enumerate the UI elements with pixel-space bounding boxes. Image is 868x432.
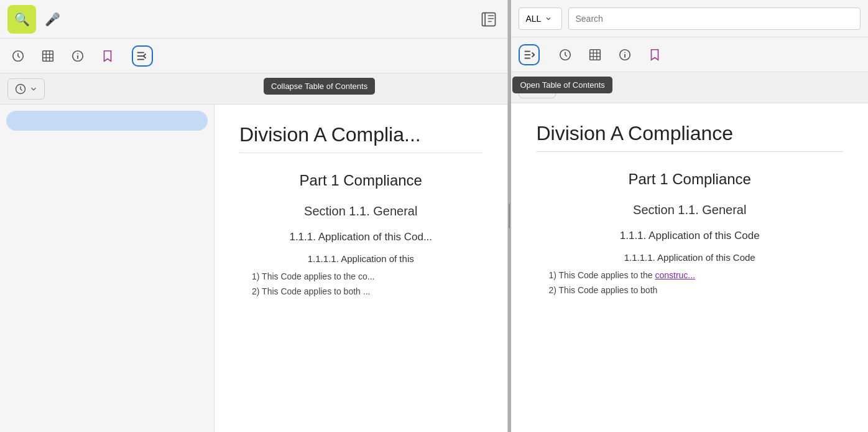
book-icon (480, 11, 497, 28)
info-toolbar-button[interactable] (67, 45, 88, 67)
left-top-toolbar: 🔍 🎤 (0, 0, 507, 39)
dropdown-arrow-icon (29, 85, 38, 93)
right-history-toolbar-button[interactable] (555, 44, 576, 65)
all-dropdown-button[interactable]: ALL (519, 7, 562, 30)
right-part-title: Part 1 Compliance (536, 171, 843, 188)
open-toc-icon (522, 48, 536, 62)
right-list-item-1-text: 1) This Code applies to the (548, 270, 655, 280)
left-list-item-2: 2) This Code applies to both ... (239, 286, 482, 296)
search-button[interactable]: 🔍 (7, 5, 36, 34)
right-bookmark-toolbar-button[interactable] (644, 44, 665, 65)
left-content-wrapper: Division A Complia... Part 1 Compliance … (0, 105, 507, 432)
mic-button[interactable]: 🎤 (41, 8, 63, 31)
right-table-toolbar-button[interactable] (584, 44, 606, 65)
right-history-btn-icon (525, 82, 538, 94)
right-doc-title: Division A Compliance (536, 122, 843, 152)
mic-icon: 🎤 (45, 12, 60, 27)
left-list-item-1: 1) This Code applies to the co... (239, 271, 482, 281)
right-sub-subsection-title: 1.1.1.1. Application of this Code (536, 252, 843, 263)
bookmark-icon (101, 49, 114, 63)
open-toc-button[interactable] (519, 44, 540, 65)
toc-button-wrapper: Collapse Table of Contents (127, 45, 153, 67)
right-icon-toolbar: Open Table of Contents (511, 37, 868, 72)
dropdown-chevron-icon (545, 15, 552, 22)
search-icon: 🔍 (14, 12, 30, 27)
right-section-title: Section 1.1. General (536, 203, 843, 217)
left-doc-title: Division A Complia... (239, 123, 482, 153)
sidebar-search-bar (6, 111, 208, 131)
panel-divider-handle (509, 204, 510, 228)
history-btn-icon (14, 83, 27, 95)
collapse-toc-button[interactable] (132, 45, 153, 67)
svg-point-29 (625, 52, 626, 53)
left-doc-content: Division A Complia... Part 1 Compliance … (215, 105, 507, 432)
right-dropdown-arrow-icon (540, 83, 549, 92)
right-toc-button-wrapper: Open Table of Contents (519, 44, 540, 65)
history-toolbar-button[interactable] (7, 45, 29, 67)
left-sub-subsection-title: 1.1.1.1. Application of this (239, 253, 482, 264)
svg-rect-0 (482, 12, 495, 26)
table-icon (41, 49, 55, 63)
right-list-item-1-link[interactable]: construc... (655, 270, 695, 280)
right-info-toolbar-button[interactable] (614, 44, 635, 65)
svg-rect-22 (590, 49, 601, 60)
left-panel: 🔍 🎤 (0, 0, 508, 432)
right-history-button[interactable] (519, 77, 556, 98)
right-history-icon (558, 48, 572, 62)
right-subsection-title: 1.1.1. Application of this Code (536, 230, 843, 242)
history-icon (11, 49, 25, 63)
icon-toolbar-left: Collapse Table of Contents (0, 39, 507, 73)
right-list-item-2: 2) This Code applies to both (536, 285, 843, 295)
right-panel: ALL Open Table of Contents (511, 0, 868, 432)
right-table-icon (588, 48, 602, 62)
collapse-toc-icon (136, 49, 149, 63)
right-history-bar (511, 72, 868, 103)
bookmark-toolbar-button[interactable] (97, 45, 118, 67)
left-history-button[interactable] (7, 78, 45, 100)
svg-rect-6 (43, 50, 53, 61)
left-sidebar (0, 105, 215, 432)
all-label: ALL (525, 14, 541, 24)
info-icon (71, 49, 85, 63)
right-search-input[interactable] (568, 7, 861, 30)
left-part-title: Part 1 Compliance (239, 172, 482, 189)
right-info-icon (618, 48, 632, 62)
right-list-item-1: 1) This Code applies to the construc... (536, 270, 843, 280)
left-subsection-title: 1.1.1. Application of this Cod... (239, 231, 482, 243)
svg-point-13 (77, 53, 78, 54)
left-history-bar (0, 73, 507, 105)
right-doc-content: Division A Compliance Part 1 Compliance … (511, 103, 868, 432)
right-bookmark-icon (648, 48, 662, 62)
book-icon-button[interactable] (478, 8, 500, 31)
left-section-title: Section 1.1. General (239, 204, 482, 218)
right-top-toolbar: ALL (511, 0, 868, 37)
table-toolbar-button[interactable] (37, 45, 58, 67)
